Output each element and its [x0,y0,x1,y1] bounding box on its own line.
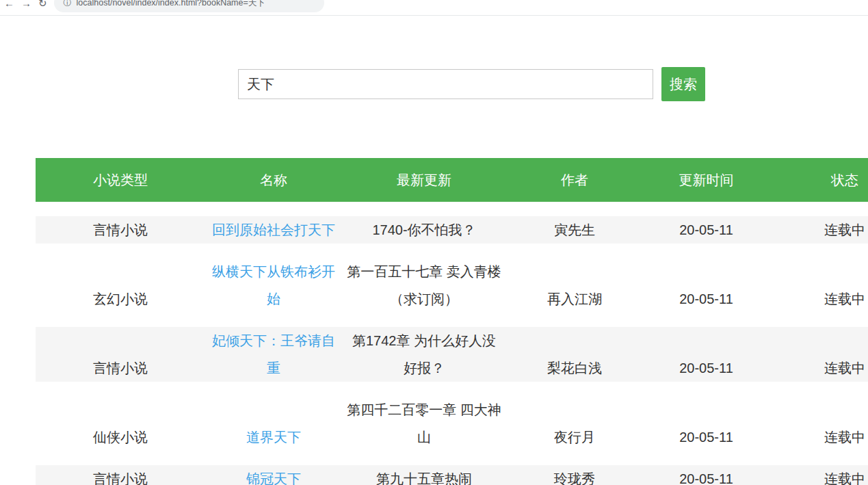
latest-update-cell: 第一百五十七章 卖入青楼（求订阅） [342,258,506,313]
status-cell: 连载中 [770,216,868,244]
latest-update-cell: 第1742章 为什么好人没好报？ [342,327,506,382]
column-header: 更新时间 [643,158,770,202]
forward-icon[interactable]: → [21,0,31,8]
column-header: 名称 [205,158,342,202]
status-cell: 连载中 [770,465,868,485]
url-text: localhost/novel/index/index.html?bookNam… [77,0,265,9]
column-header: 最新更新 [342,158,506,202]
name-cell: 锦冠天下 [205,465,342,485]
updated-time-cell: 20-05-11 [643,216,770,244]
book-search-input[interactable] [238,69,653,99]
author-cell: 梨花白浅 [506,327,643,382]
table-row: 言情小说锦冠天下第九十五章热闹玲珑秀20-05-11连载中 [36,465,868,485]
updated-time-cell: 20-05-11 [643,327,770,382]
table-row: 玄幻小说纵横天下从铁布衫开始第一百五十七章 卖入青楼（求订阅）再入江湖20-05… [36,258,868,313]
column-header: 小说类型 [36,158,205,202]
browser-bar: ← → ↻ ⓘ localhost/novel/index/index.html… [0,0,868,16]
latest-update-cell: 1740-你不怕我？ [342,216,506,244]
status-cell: 连载中 [770,258,868,313]
type-cell: 言情小说 [36,216,205,244]
search-button[interactable]: 搜索 [661,67,705,101]
name-cell: 道界天下 [205,396,342,451]
latest-update-cell: 第九十五章热闹 [342,465,506,485]
name-cell: 妃倾天下：王爷请自重 [205,327,342,382]
type-cell: 玄幻小说 [36,258,205,313]
column-header: 作者 [506,158,643,202]
author-cell: 玲珑秀 [506,465,643,485]
status-cell: 连载中 [770,327,868,382]
table-body: 言情小说回到原始社会打天下1740-你不怕我？寅先生20-05-11连载中玄幻小… [36,216,868,485]
author-cell: 再入江湖 [506,258,643,313]
author-cell: 夜行月 [506,396,643,451]
reload-icon[interactable]: ↻ [38,0,47,8]
name-cell: 回到原始社会打天下 [205,216,342,244]
address-bar[interactable]: ⓘ localhost/novel/index/index.html?bookN… [54,0,324,12]
type-cell: 言情小说 [36,327,205,382]
book-title-link[interactable]: 锦冠天下 [246,471,301,485]
book-title-link[interactable]: 回到原始社会打天下 [212,222,335,237]
table-header-row: 小说类型名称最新更新作者更新时间状态 [36,158,868,202]
results-table: 小说类型名称最新更新作者更新时间状态 言情小说回到原始社会打天下1740-你不怕… [36,144,868,485]
table-row: 言情小说回到原始社会打天下1740-你不怕我？寅先生20-05-11连载中 [36,216,868,244]
type-cell: 仙侠小说 [36,396,205,451]
updated-time-cell: 20-05-11 [643,396,770,451]
info-icon: ⓘ [64,0,72,9]
latest-update-cell: 第四千二百零一章 四大神山 [342,396,506,451]
column-header: 状态 [770,158,868,202]
table-row: 言情小说妃倾天下：王爷请自重第1742章 为什么好人没好报？梨花白浅20-05-… [36,327,868,382]
updated-time-cell: 20-05-11 [643,258,770,313]
table-row: 仙侠小说道界天下第四千二百零一章 四大神山夜行月20-05-11连载中 [36,396,868,451]
book-title-link[interactable]: 妃倾天下：王爷请自重 [212,333,335,376]
book-title-link[interactable]: 道界天下 [246,430,301,445]
back-icon[interactable]: ← [4,0,14,8]
book-title-link[interactable]: 纵横天下从铁布衫开始 [212,264,335,306]
updated-time-cell: 20-05-11 [643,465,770,485]
name-cell: 纵横天下从铁布衫开始 [205,258,342,313]
type-cell: 言情小说 [36,465,205,485]
status-cell: 连载中 [770,396,868,451]
author-cell: 寅先生 [506,216,643,244]
